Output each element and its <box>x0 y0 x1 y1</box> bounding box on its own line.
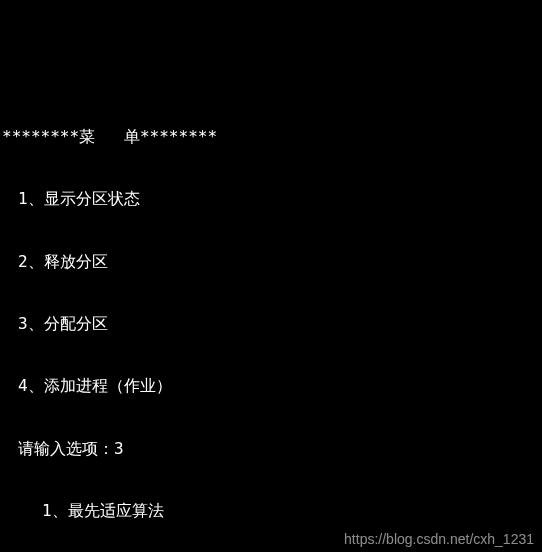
title-label: 菜 单 <box>79 127 140 146</box>
title-suffix: ******** <box>140 127 217 146</box>
terminal-output: ********菜 单******** 1、显示分区状态 2、释放分区 3、分配… <box>0 83 542 552</box>
menu-item: 1、显示分区状态 <box>2 189 540 210</box>
menu-item: 3、分配分区 <box>2 314 540 335</box>
menu-prompt: 请输入选项： <box>18 439 114 458</box>
watermark-text: https://blog.csdn.net/cxh_1231 <box>344 530 534 548</box>
title-prefix: ******** <box>2 127 79 146</box>
menu-input[interactable]: 3 <box>114 439 124 458</box>
menu-title: ********菜 单******** <box>2 127 540 148</box>
menu-item: 2、释放分区 <box>2 252 540 273</box>
algorithm-item: 1、最先适应算法 <box>2 501 540 522</box>
menu-prompt-line: 请输入选项：3 <box>2 439 540 460</box>
menu-item: 4、添加进程（作业） <box>2 376 540 397</box>
